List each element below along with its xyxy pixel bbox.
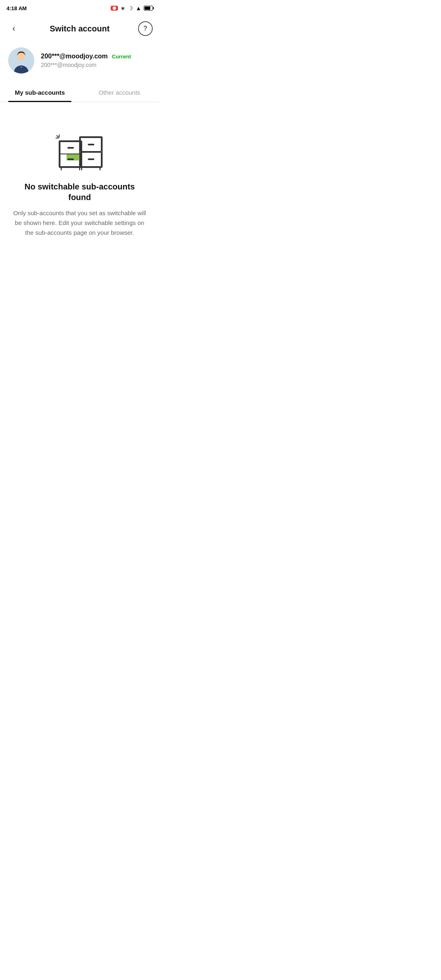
moon-icon: ☽ — [128, 5, 133, 11]
svg-line-14 — [57, 136, 58, 137]
record-icon — [111, 6, 118, 11]
help-button[interactable]: ? — [138, 21, 153, 36]
current-badge: Current — [112, 53, 131, 60]
account-email-row: 200***@moodjoy.com Current — [41, 53, 131, 60]
account-section: 200***@moodjoy.com Current 200***@moodjo… — [0, 41, 159, 80]
page-header: ‹ Switch account ? — [0, 16, 159, 41]
page-title: Switch account — [50, 24, 110, 33]
help-icon: ? — [143, 25, 147, 32]
svg-rect-11 — [67, 147, 74, 149]
empty-illustration — [51, 127, 108, 172]
bluetooth-icon: ∗ — [120, 5, 125, 11]
tabs-container: My sub-accounts Other accounts — [0, 83, 159, 102]
account-info: 200***@moodjoy.com Current 200***@moodjo… — [41, 53, 131, 68]
account-email-secondary: 200***@moodjoy.com — [41, 62, 131, 68]
avatar — [8, 47, 34, 74]
wifi-icon: ▲ — [136, 5, 141, 11]
tab-other-accounts[interactable]: Other accounts — [80, 83, 159, 102]
status-icons: ∗ ☽ ▲ — [111, 5, 153, 11]
svg-rect-12 — [67, 158, 74, 160]
status-time: 4:18 AM — [7, 5, 27, 11]
back-button[interactable]: ‹ — [7, 21, 21, 36]
empty-state-description: Only sub-accounts that you set as switch… — [13, 208, 146, 238]
svg-rect-6 — [88, 144, 94, 145]
status-bar: 4:18 AM ∗ ☽ ▲ — [0, 0, 159, 16]
back-arrow-icon: ‹ — [12, 23, 15, 34]
empty-state-title: No switchable sub-accounts found — [13, 181, 146, 203]
tab-my-sub-accounts[interactable]: My sub-accounts — [0, 83, 80, 102]
battery-icon — [144, 6, 153, 11]
empty-state: No switchable sub-accounts found Only su… — [0, 102, 159, 251]
svg-rect-7 — [88, 158, 94, 160]
account-email-primary: 200***@moodjoy.com — [41, 53, 108, 60]
